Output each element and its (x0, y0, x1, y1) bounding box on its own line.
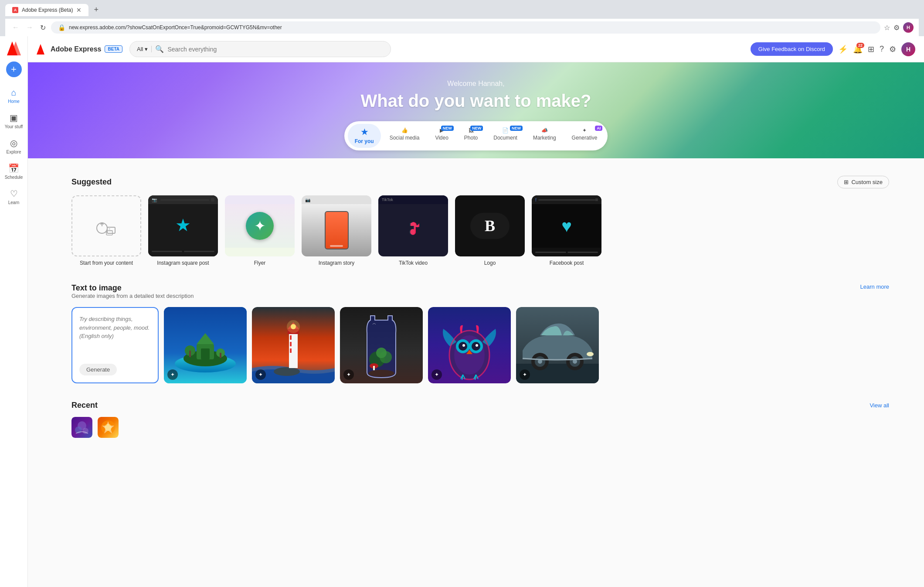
tab-title: Adobe Express (Beta) (22, 7, 73, 13)
video-new-badge: NEW (441, 126, 454, 131)
beta-badge: BETA (105, 45, 122, 53)
tab-for-you-label: For you (355, 138, 374, 144)
tti-input-card[interactable]: Generate (71, 307, 159, 383)
tab-generative[interactable]: ✦ Generative AI (565, 124, 605, 148)
template-card-tiktok[interactable]: TikTok (378, 195, 448, 266)
home-icon: ⌂ (11, 88, 16, 98)
notification-count: 22 (856, 43, 864, 48)
tiktok-logo (404, 220, 422, 237)
back-button[interactable]: ← (10, 22, 21, 33)
tab-generative-label: Generative (572, 135, 598, 141)
tti-image-island[interactable]: ✦ (164, 307, 247, 383)
insta-story-label: Instagram story (319, 260, 355, 266)
document-new-badge: NEW (510, 126, 523, 131)
logo-thumb: B (455, 195, 525, 256)
apps-button[interactable]: ⊞ (868, 44, 874, 54)
document-icon: 📄 (502, 127, 509, 133)
template-card-instagram-sq[interactable]: 📷 ★ (148, 195, 218, 266)
tab-marketing[interactable]: 📣 Marketing (526, 124, 563, 148)
user-avatar-button[interactable]: H (901, 42, 915, 56)
svg-rect-15 (220, 353, 221, 358)
tab-photo[interactable]: 🖼 Photo NEW (457, 124, 485, 148)
recent-item-2[interactable] (98, 417, 119, 438)
template-card-insta-story[interactable]: 📷 Instagram s (302, 195, 371, 266)
social-media-icon: 👍 (401, 127, 408, 133)
forward-button[interactable]: → (24, 22, 35, 33)
search-filter[interactable]: All ▾ (137, 46, 152, 52)
custom-size-button[interactable]: ⊞ Custom size (837, 176, 889, 188)
template-card-facebook[interactable]: f ♥ (532, 195, 601, 266)
svg-point-29 (376, 348, 387, 358)
tab-video[interactable]: ▶ Video NEW (428, 124, 455, 148)
template-card-start[interactable]: Start from your content (71, 195, 141, 266)
custom-size-label: Custom size (851, 179, 883, 185)
recent-item-1[interactable] (71, 417, 92, 438)
browser-chrome: A Adobe Express (Beta) ✕ + ← → ↻ 🔒 new.e… (0, 0, 924, 36)
tti-image-terrarium[interactable]: ✦ (340, 307, 423, 383)
for-you-icon: ★ (361, 127, 368, 137)
tab-social-media[interactable]: 👍 Social media (383, 124, 427, 148)
tab-document[interactable]: 📄 Document NEW (486, 124, 524, 148)
learn-more-link[interactable]: Learn more (860, 283, 889, 290)
bookmark-button[interactable]: ☆ (884, 24, 890, 32)
sidebar-item-schedule[interactable]: 📅 Schedule (2, 160, 26, 183)
insta-story-thumb: 📷 (302, 195, 371, 256)
ai-badge: AI (595, 126, 602, 131)
svg-rect-13 (189, 351, 191, 357)
template-card-logo[interactable]: B Logo (455, 195, 525, 266)
sidebar-item-learn[interactable]: ♡ Learn (2, 185, 26, 208)
generative-icon: ✦ (582, 127, 587, 133)
tab-close-btn[interactable]: ✕ (76, 7, 82, 14)
chevron-down-icon: ▾ (145, 46, 148, 52)
recent-header: Recent View all (71, 401, 889, 410)
tab-for-you[interactable]: ★ For you (348, 124, 381, 148)
svg-marker-2 (37, 44, 44, 55)
sidebar-learn-label: Learn (8, 200, 20, 205)
generate-button[interactable]: Generate (79, 364, 117, 375)
reload-button[interactable]: ↻ (38, 22, 48, 34)
logo-label: Logo (484, 260, 496, 266)
svg-point-32 (368, 370, 394, 377)
tab-marketing-label: Marketing (533, 135, 556, 141)
tti-image-owl[interactable]: ✦ (428, 307, 511, 383)
create-new-button[interactable]: + (6, 61, 22, 77)
active-tab[interactable]: A Adobe Express (Beta) ✕ (5, 4, 88, 16)
tti-image-lighthouse[interactable]: ✦ (252, 307, 335, 383)
profile-button[interactable]: H (903, 22, 914, 33)
svg-rect-20 (290, 342, 292, 346)
template-card-flyer[interactable]: ✦ Flyer (225, 195, 295, 266)
tab-photo-label: Photo (464, 135, 478, 141)
car-action-icon[interactable]: ✦ (520, 369, 530, 380)
tti-text-input[interactable] (79, 315, 151, 358)
browser-actions: ☆ ⚙ H (884, 22, 914, 33)
suggested-section: Suggested ⊞ Custom size (71, 176, 889, 266)
main-column: Adobe Express BETA All ▾ 🔍 Give Feedback… (28, 36, 924, 587)
tab-video-label: Video (435, 135, 448, 141)
lighthouse-action-icon[interactable]: ✦ (255, 369, 266, 380)
search-input[interactable] (167, 46, 384, 53)
learn-icon: ♡ (10, 188, 18, 199)
sidebar-item-home[interactable]: ⌂ Home (2, 84, 26, 107)
search-area[interactable]: All ▾ 🔍 (129, 41, 391, 57)
instagram-sq-thumb: 📷 ★ (148, 195, 218, 256)
sidebar-item-explore[interactable]: ◎ Explore (2, 134, 26, 158)
extensions-button[interactable]: ⚙ (893, 24, 900, 32)
island-action-icon[interactable]: ✦ (167, 369, 178, 380)
sidebar-item-your-stuff[interactable]: ▣ Your stuff (2, 109, 26, 133)
terrarium-action-icon[interactable]: ✦ (343, 369, 354, 380)
view-all-link[interactable]: View all (870, 402, 889, 409)
address-bar[interactable]: 🔒 new.express.adobe.com/?showCsatOnExpor… (51, 21, 880, 34)
notifications-button[interactable]: 🔔 22 (853, 44, 863, 54)
settings-button[interactable]: ⚙ (889, 44, 896, 54)
browser-tabs: A Adobe Express (Beta) ✕ + (5, 3, 919, 16)
owl-action-icon[interactable]: ✦ (431, 369, 442, 380)
tti-image-car[interactable]: ✦ (516, 307, 599, 383)
tabs-container: ★ For you 👍 Social media ▶ Video NEW (344, 121, 608, 150)
help-button[interactable]: ? (880, 44, 884, 54)
app-logo-area: Adobe Express BETA (37, 44, 122, 55)
topbar: Adobe Express BETA All ▾ 🔍 Give Feedback… (28, 36, 924, 62)
plugin-icon-button[interactable]: ⚡ (838, 44, 848, 54)
discord-feedback-button[interactable]: Give Feedback on Discord (751, 42, 833, 56)
tiktok-thumb: TikTok (378, 195, 448, 256)
new-tab-button[interactable]: + (90, 3, 102, 16)
